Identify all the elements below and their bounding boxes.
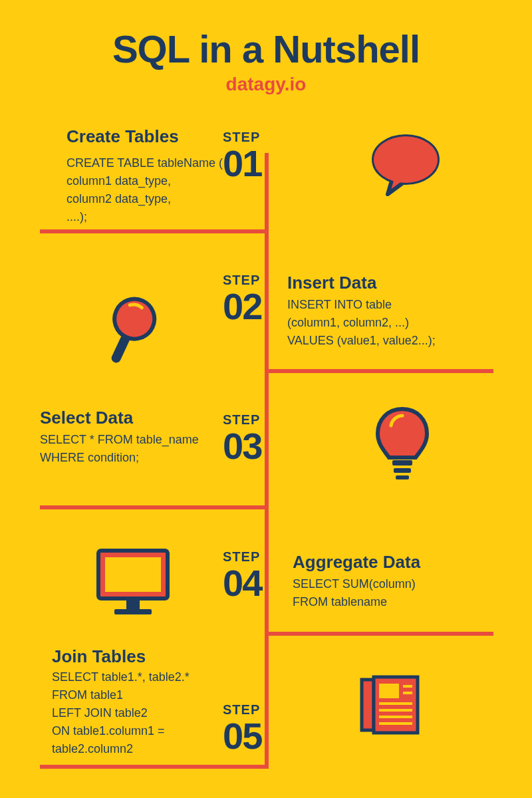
svg-rect-9 <box>126 600 140 609</box>
timeline-vertical <box>265 153 269 765</box>
svg-rect-10 <box>114 609 152 614</box>
svg-rect-5 <box>394 468 411 473</box>
step5-title: Join Tables <box>52 646 146 667</box>
svg-rect-11 <box>362 680 374 730</box>
step2-connector <box>265 369 493 373</box>
svg-point-1 <box>374 136 438 183</box>
step5-number: 05 <box>223 718 261 755</box>
step4-title: Aggregate Data <box>293 552 420 573</box>
svg-rect-4 <box>392 460 412 466</box>
step2-number: 02 <box>223 288 261 325</box>
step3-body: SELECT * FROM table_name WHERE condition… <box>40 431 199 467</box>
step4-connector <box>265 632 493 636</box>
step2-body: INSERT INTO table (column1, column2, ...… <box>287 296 436 350</box>
step1-number: 01 <box>223 145 261 182</box>
page-subtitle: datagy.io <box>0 74 532 95</box>
step4-body: SELECT SUM(column) FROM tablename <box>293 575 416 611</box>
newspaper-icon <box>356 672 423 741</box>
svg-rect-8 <box>105 557 161 592</box>
step1-connector <box>40 229 269 233</box>
page-title: SQL in a Nutshell <box>0 0 532 71</box>
step2-title: Insert Data <box>287 273 376 293</box>
step3-number: 03 <box>223 428 261 465</box>
monitor-icon <box>93 545 173 621</box>
step5-body: SELECT table1.*, table2.* FROM table1 LE… <box>52 668 190 758</box>
step3-connector <box>40 505 269 509</box>
svg-point-3 <box>108 293 161 345</box>
step1-title: Create Tables <box>66 126 179 147</box>
svg-rect-13 <box>379 684 399 698</box>
step4-number: 04 <box>223 565 261 602</box>
lightbulb-icon <box>372 406 432 488</box>
step1-body: CREATE TABLE tableName ( column1 data_ty… <box>66 154 223 226</box>
magnifier-icon <box>93 293 166 375</box>
step3-title: Select Data <box>40 408 133 428</box>
step5-connector <box>40 765 269 769</box>
svg-rect-6 <box>396 475 409 479</box>
speech-bubble-icon <box>369 133 442 202</box>
